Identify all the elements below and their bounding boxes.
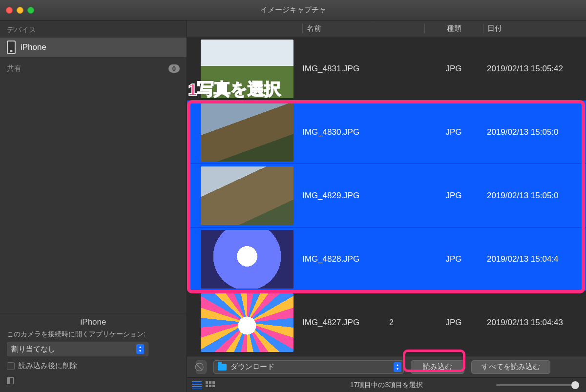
device-title: iPhone	[7, 317, 180, 330]
thumbnail-size-slider[interactable]	[496, 384, 579, 386]
minimize-icon[interactable]	[17, 7, 23, 14]
sidebar-share-row[interactable]: 共有 0	[0, 61, 187, 76]
selection-indicator	[187, 164, 197, 227]
table-row[interactable]: IMG_4829.JPGJPG2019/02/13 15:05:0	[187, 164, 586, 227]
window-titlebar: イメージキャプチャ	[0, 0, 586, 21]
file-list: IMG_4831.JPGJPG2019/02/13 15:05:42IMG_48…	[187, 37, 586, 356]
thumbnail	[201, 293, 293, 352]
open-app-label: このカメラを接続時に開くアプリケーション:	[7, 330, 180, 339]
cell-kind: JPG	[424, 64, 483, 74]
table-row[interactable]: IMG_4828.JPGJPG2019/02/13 15:04:4	[187, 227, 586, 291]
open-app-select[interactable]: 割り当てなし	[7, 342, 148, 356]
delete-after-import-row[interactable]: 読み込み後に削除	[7, 361, 180, 371]
table-row[interactable]: IMG_4831.JPGJPG2019/02/13 15:05:42	[187, 37, 586, 101]
cell-kind: JPG	[424, 191, 483, 201]
sidebar-bottom-panel: iPhone このカメラを接続時に開くアプリケーション: 割り当てなし 読み込み…	[0, 313, 187, 392]
cell-name: IMG_4831.JPG	[302, 64, 424, 74]
thumbnail	[201, 40, 293, 98]
import-all-button[interactable]: すべてを読み込む	[471, 360, 550, 374]
col-name[interactable]: 名前	[302, 24, 424, 33]
sidebar: デバイス iPhone 共有 0 iPhone このカメラを接続時に開くアプリケ…	[0, 21, 187, 392]
column-headers: 名前 種類 日付	[187, 21, 586, 37]
cell-kind: JPG	[424, 127, 483, 137]
device-label: iPhone	[21, 42, 46, 52]
cell-date: 2019/02/13 15:04:43	[483, 318, 586, 328]
zoom-icon[interactable]	[27, 7, 34, 14]
window-title: イメージキャプチャ	[260, 5, 326, 15]
thumbnail	[201, 230, 293, 289]
sidebar-share-header: 共有	[7, 64, 21, 73]
stepper-icon	[394, 362, 401, 372]
content-area: 名前 種類 日付 IMG_4831.JPGJPG2019/02/13 15:05…	[187, 21, 586, 392]
thumbnail	[201, 166, 293, 225]
grid-view-icon[interactable]	[206, 381, 215, 389]
sidebar-device-iphone[interactable]: iPhone	[0, 38, 187, 57]
sidebar-devices-header: デバイス	[0, 21, 187, 38]
cell-kind: JPG	[424, 318, 483, 328]
import-button[interactable]: 読み込む	[411, 360, 464, 374]
selection-indicator	[187, 101, 197, 164]
folder-icon	[218, 364, 227, 371]
window-controls	[6, 7, 34, 14]
cell-kind: JPG	[424, 254, 483, 264]
share-count-badge: 0	[168, 64, 180, 73]
view-toggle[interactable]	[192, 381, 215, 389]
col-kind[interactable]: 種類	[424, 24, 483, 33]
stepper-icon	[136, 344, 144, 354]
import-all-button-label: すべてを読み込む	[481, 362, 540, 371]
cell-name: IMG_4828.JPG	[302, 254, 424, 264]
selection-indicator	[187, 227, 197, 290]
open-app-value: 割り当てなし	[11, 345, 55, 354]
cell-date: 2019/02/13 15:05:0	[483, 127, 586, 137]
cell-date: 2019/02/13 15:05:42	[483, 64, 586, 74]
thumbnail	[201, 103, 293, 162]
bottom-toolbar: ⃠ ダウンロード 読み込む すべてを読み込む	[187, 356, 586, 377]
table-row[interactable]: IMG_4830.JPGJPG2019/02/13 15:05:0	[187, 101, 586, 164]
list-view-icon[interactable]	[192, 381, 202, 389]
cell-name: IMG_4830.JPG	[302, 127, 424, 137]
phone-icon	[7, 41, 16, 54]
close-icon[interactable]	[6, 7, 13, 14]
col-date[interactable]: 日付	[483, 24, 586, 33]
status-bar: 17項目中の3項目を選択	[187, 377, 586, 392]
status-text: 17項目中の3項目を選択	[350, 381, 423, 390]
destination-value: ダウンロード	[230, 362, 390, 371]
checkbox-icon[interactable]	[7, 362, 15, 370]
prohibit-button[interactable]: ⃠	[196, 360, 207, 374]
delete-after-import-label: 読み込み後に削除	[19, 361, 77, 371]
cell-name: IMG_4829.JPG	[302, 191, 424, 201]
cell-date: 2019/02/13 15:04:4	[483, 254, 586, 264]
import-button-label: 読み込む	[423, 362, 452, 371]
cell-name: IMG_4827.JPG	[302, 318, 424, 328]
cell-date: 2019/02/13 15:05:0	[483, 191, 586, 201]
table-row[interactable]: IMG_4827.JPGJPG2019/02/13 15:04:43	[187, 291, 586, 354]
panel-toggle-icon[interactable]	[7, 377, 14, 384]
destination-select[interactable]: ダウンロード	[213, 360, 404, 374]
